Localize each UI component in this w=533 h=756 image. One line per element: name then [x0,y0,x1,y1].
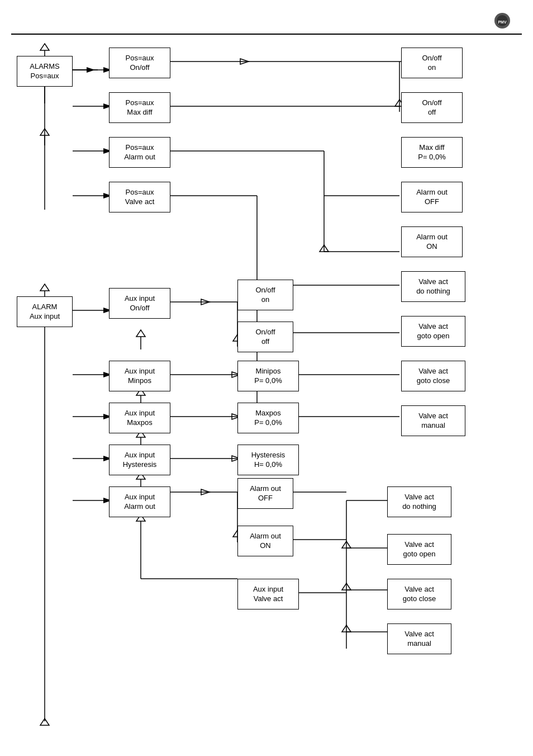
maxdiff-val-line2: P= 0,0% [418,153,446,162]
valveact-gotoclose-1-line2: goto close [417,376,450,386]
alarm-aux-line2: Aux input [30,312,60,322]
svg-marker-3 [40,44,49,50]
valveact-manual-2-box: Valve act manual [387,623,451,654]
valveact-gotoclose-1-box: Valve act goto close [401,361,465,391]
alarmout-on-2-line1: Alarm out [250,532,281,541]
onoff-on-line2: on [428,63,436,73]
svg-marker-91 [342,583,351,590]
alarms-line2: Pos=aux [31,72,59,81]
svg-marker-30 [320,245,329,252]
alarms-line1: ALARMS [30,62,59,72]
pos-aux-valveact-line2: Valve act [125,197,155,207]
svg-marker-6 [40,129,49,135]
pos-aux-onoff-line2: On/off [130,63,149,73]
pos-aux-maxdiff-line1: Pos=aux [126,98,154,108]
auxinput-maxpos-line1: Aux input [125,409,155,418]
alarms-pos-aux-box: ALARMS Pos=aux [17,56,73,87]
valveact-gotoclose-1-line1: Valve act [418,367,448,376]
auxinput-onoff-box: Aux input On/off [109,288,170,319]
svg-marker-93 [342,625,351,632]
onoff-off-2-line1: On/off [255,328,275,337]
valveact-gotoopen-2-box: Valve act goto open [387,534,451,565]
onoff-off-2-line2: off [261,337,269,347]
svg-marker-55 [136,330,145,337]
hysteresis-val-box: Hysteresis H= 0,0% [237,445,299,475]
svg-marker-46 [40,719,49,725]
valveact-manual-2-line2: manual [407,639,431,649]
minipos-val-line1: Minipos [256,367,281,376]
alarm-aux-line1: ALARM [32,303,58,312]
auxinput-hysteresis-box: Aux input Hysteresis [109,445,170,475]
onoff-on-2-box: On/off on [237,280,293,310]
svg-text:PMV: PMV [498,20,507,24]
maxdiff-val-line1: Max diff [419,143,444,153]
svg-marker-15 [240,59,249,64]
alarmout-off-1-line2: OFF [425,197,439,207]
maxdiff-val-box: Max diff P= 0,0% [401,137,463,168]
onoff-off-line2: off [428,108,436,117]
svg-marker-89 [342,541,351,548]
onoff-on-line1: On/off [422,54,441,63]
pos-aux-alarmout-line1: Pos=aux [126,143,154,153]
auxinput-maxpos-box: Aux input Maxpos [109,403,170,433]
top-border [11,34,522,35]
auxinput-alarmout-box: Aux input Alarm out [109,486,170,517]
alarmout-off-2-box: Alarm out OFF [237,478,293,509]
valveact-donothing-1-box: Valve act do nothing [401,271,465,302]
auxinput-onoff-line1: Aux input [125,294,155,304]
valveact-gotoopen-1-line2: goto open [417,332,450,341]
maxpos-val-box: Maxpos P= 0,0% [237,403,299,433]
valveact-gotoopen-1-line1: Valve act [418,322,448,332]
auxinput-alarmout-line2: Alarm out [124,502,155,512]
pos-aux-alarmout-box: Pos=aux Alarm out [109,137,170,168]
auxinput-valveact-box: Aux input Valve act [237,579,299,609]
valveact-donothing-1-line1: Valve act [418,277,448,287]
auxinput-minpos-line2: Minpos [128,376,151,386]
maxpos-val-line2: P= 0,0% [254,418,282,428]
pos-aux-maxdiff-line2: Max diff [127,108,152,117]
valveact-donothing-2-line2: do nothing [402,502,436,512]
alarm-aux-input-box: ALARM Aux input [17,296,73,327]
pos-aux-maxdiff-box: Pos=aux Max diff [109,92,170,123]
valveact-donothing-2-line1: Valve act [404,493,434,502]
alarmout-on-1-line1: Alarm out [416,233,448,242]
valveact-gotoopen-1-box: Valve act goto open [401,316,465,347]
pos-aux-alarmout-line2: Alarm out [124,153,155,162]
alarmout-on-1-box: Alarm out ON [401,226,463,257]
pmv-logo: PMV [488,11,516,31]
pos-aux-onoff-line1: Pos=aux [126,54,154,63]
alarmout-off-2-line1: Alarm out [250,484,281,494]
minipos-val-line2: P= 0,0% [254,376,282,386]
auxinput-onoff-line2: On/off [130,304,149,313]
onoff-off-line1: On/off [422,98,441,108]
svg-marker-78 [201,489,210,495]
valveact-manual-2-line1: Valve act [404,630,434,639]
valveact-manual-1-line2: manual [421,421,445,431]
maxpos-val-line1: Maxpos [255,409,281,418]
svg-marker-43 [40,284,49,291]
valveact-manual-1-box: Valve act manual [401,405,465,436]
valveact-gotoopen-2-line2: goto open [403,550,436,559]
alarmout-off-2-line2: OFF [258,494,273,503]
pos-aux-valveact-box: Pos=aux Valve act [109,182,170,212]
alarmout-on-2-box: Alarm out ON [237,526,293,556]
valveact-gotoopen-2-line1: Valve act [404,540,434,550]
auxinput-valveact-line2: Valve act [254,594,283,604]
valveact-gotoclose-2-box: Valve act goto close [387,579,451,609]
auxinput-valveact-line1: Aux input [253,585,283,594]
svg-marker-50 [201,299,210,305]
auxinput-hysteresis-line2: Hysteresis [123,460,157,470]
valveact-donothing-1-line2: do nothing [416,287,450,296]
alarmout-off-1-line1: Alarm out [416,188,448,197]
onoff-on-2-line2: on [261,295,269,305]
valveact-donothing-2-box: Valve act do nothing [387,486,451,517]
onoff-off-box: On/off off [401,92,463,123]
auxinput-minpos-line1: Aux input [125,367,155,376]
auxinput-maxpos-line2: Maxpos [127,418,153,428]
alarmout-on-2-line2: ON [260,541,271,551]
hysteresis-val-line1: Hysteresis [251,451,285,460]
auxinput-minpos-box: Aux input Minpos [109,361,170,391]
auxinput-hysteresis-line1: Aux input [125,451,155,460]
valveact-gotoclose-2-line2: goto close [403,594,436,604]
valveact-manual-1-line1: Valve act [418,412,448,421]
